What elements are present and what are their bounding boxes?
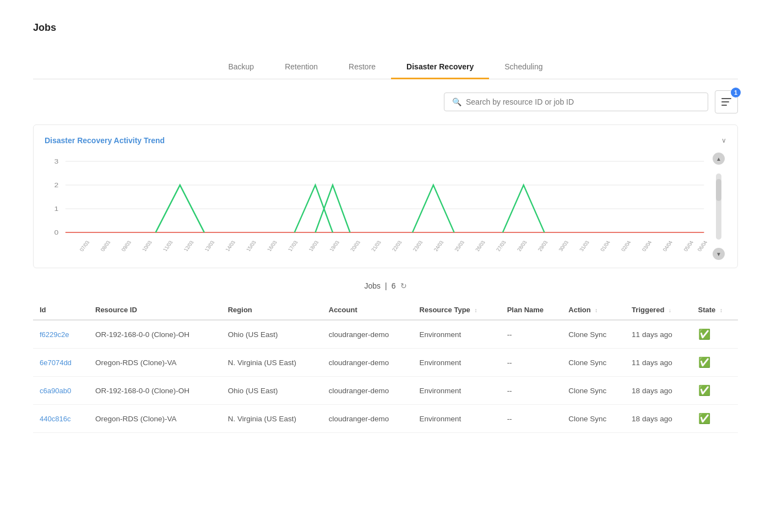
svg-text:25/03: 25/03 [453, 240, 465, 252]
cell-id[interactable]: 6e7074dd [33, 349, 89, 377]
chart-title: Disaster Recovery Activity Trend [45, 136, 165, 145]
state-success-icon: ✅ [698, 385, 710, 396]
table-header: Id Resource ID Region Account Resource T… [33, 300, 738, 320]
svg-text:0: 0 [55, 229, 59, 236]
svg-text:15/03: 15/03 [245, 240, 257, 252]
col-resource-id: Resource ID [89, 300, 221, 320]
svg-text:28/03: 28/03 [516, 240, 528, 252]
table-body: f6229c2e OR-192-168-0-0 (Clone)-OH Ohio … [33, 320, 738, 433]
svg-text:17/03: 17/03 [287, 240, 299, 252]
cell-plan-name: -- [501, 377, 562, 405]
svg-text:11/03: 11/03 [162, 240, 174, 252]
chart-area: 3 2 1 0 07/03 [45, 150, 726, 262]
svg-text:27/03: 27/03 [495, 240, 507, 252]
col-resource-type[interactable]: Resource Type ↕ [413, 300, 501, 320]
scrollbar-thumb[interactable] [716, 179, 721, 201]
chart-svg: 3 2 1 0 07/03 [45, 150, 711, 262]
jobs-table: Id Resource ID Region Account Resource T… [33, 300, 738, 433]
cell-triggered: 11 days ago [625, 349, 691, 377]
refresh-icon[interactable]: ↻ [400, 281, 407, 290]
svg-text:18/03: 18/03 [308, 240, 320, 252]
chart-scrollbar[interactable]: ▲ ▼ [711, 150, 726, 262]
svg-text:14/03: 14/03 [224, 240, 236, 252]
triggered-sort-icon: ↓ [669, 307, 671, 313]
svg-text:13/03: 13/03 [204, 240, 216, 252]
scroll-down-button[interactable]: ▼ [713, 248, 725, 260]
action-sort-icon: ↕ [595, 307, 598, 313]
cell-triggered: 11 days ago [625, 320, 691, 349]
col-region: Region [221, 300, 322, 320]
svg-text:22/03: 22/03 [391, 240, 403, 252]
state-success-icon: ✅ [698, 329, 710, 340]
jobs-count-row: Jobs | 6 ↻ [33, 281, 738, 290]
tab-retention[interactable]: Retention [269, 56, 333, 79]
cell-account: cloudranger-demo [322, 349, 413, 377]
svg-text:05/04: 05/04 [682, 240, 694, 252]
cell-plan-name: -- [501, 320, 562, 349]
search-row: 🔍 1 [33, 79, 738, 124]
jobs-label: Jobs [364, 281, 381, 290]
col-action[interactable]: Action ↕ [562, 300, 625, 320]
svg-text:26/03: 26/03 [474, 240, 486, 252]
svg-text:09/03: 09/03 [120, 240, 132, 252]
cell-plan-name: -- [501, 405, 562, 433]
tab-backup[interactable]: Backup [213, 56, 269, 79]
cell-triggered: 18 days ago [625, 377, 691, 405]
table-row: 6e7074dd Oregon-RDS (Clone)-VA N. Virgin… [33, 349, 738, 377]
filter-icon [721, 98, 731, 106]
svg-text:01/04: 01/04 [599, 240, 611, 252]
col-triggered[interactable]: Triggered ↓ [625, 300, 691, 320]
chart-collapse-button[interactable]: ∨ [721, 137, 726, 144]
svg-text:04/04: 04/04 [661, 240, 674, 252]
scroll-up-button[interactable]: ▲ [713, 153, 725, 165]
cell-id[interactable]: 440c816c [33, 405, 89, 433]
svg-text:03/04: 03/04 [641, 240, 653, 252]
svg-text:24/03: 24/03 [432, 240, 444, 252]
search-box: 🔍 [444, 93, 708, 111]
cell-resource-id: OR-192-168-0-0 (Clone)-OH [89, 320, 221, 349]
cell-plan-name: -- [501, 349, 562, 377]
state-success-icon: ✅ [698, 413, 710, 424]
table-row: f6229c2e OR-192-168-0-0 (Clone)-OH Ohio … [33, 320, 738, 349]
cell-resource-id: OR-192-168-0-0 (Clone)-OH [89, 377, 221, 405]
filter-button[interactable]: 1 [715, 90, 738, 113]
chart-header: Disaster Recovery Activity Trend ∨ [45, 136, 726, 145]
svg-text:3: 3 [55, 158, 59, 165]
table-row: c6a90ab0 OR-192-168-0-0 (Clone)-OH Ohio … [33, 377, 738, 405]
svg-text:12/03: 12/03 [183, 240, 195, 252]
svg-text:07/03: 07/03 [79, 240, 91, 252]
cell-account: cloudranger-demo [322, 320, 413, 349]
svg-text:31/03: 31/03 [578, 240, 590, 252]
svg-text:23/03: 23/03 [412, 240, 424, 252]
col-state[interactable]: State ↕ [692, 300, 739, 320]
svg-text:06/04: 06/04 [696, 240, 708, 252]
tab-disaster-recovery[interactable]: Disaster Recovery [391, 56, 489, 79]
svg-text:1: 1 [55, 205, 59, 212]
scrollbar-track[interactable] [716, 173, 721, 240]
cell-resource-type: Environment [413, 349, 501, 377]
cell-region: Ohio (US East) [221, 377, 322, 405]
cell-resource-type: Environment [413, 405, 501, 433]
svg-text:19/03: 19/03 [328, 240, 340, 252]
cell-id[interactable]: f6229c2e [33, 320, 89, 349]
svg-text:08/03: 08/03 [99, 240, 111, 252]
search-input[interactable] [466, 97, 700, 106]
cell-resource-id: Oregon-RDS (Clone)-VA [89, 349, 221, 377]
tab-scheduling[interactable]: Scheduling [489, 56, 558, 79]
col-account: Account [322, 300, 413, 320]
svg-text:10/03: 10/03 [141, 240, 153, 252]
cell-state: ✅ [692, 405, 739, 433]
cell-action: Clone Sync [562, 349, 625, 377]
cell-account: cloudranger-demo [322, 405, 413, 433]
tab-restore[interactable]: Restore [333, 56, 391, 79]
svg-text:02/04: 02/04 [620, 240, 632, 252]
svg-text:20/03: 20/03 [349, 240, 361, 252]
cell-resource-type: Environment [413, 377, 501, 405]
cell-resource-type: Environment [413, 320, 501, 349]
cell-id[interactable]: c6a90ab0 [33, 377, 89, 405]
jobs-count: 6 [392, 281, 396, 290]
svg-text:16/03: 16/03 [266, 240, 278, 252]
jobs-separator: | [385, 281, 387, 290]
state-sort-icon: ↕ [720, 307, 723, 313]
cell-action: Clone Sync [562, 405, 625, 433]
